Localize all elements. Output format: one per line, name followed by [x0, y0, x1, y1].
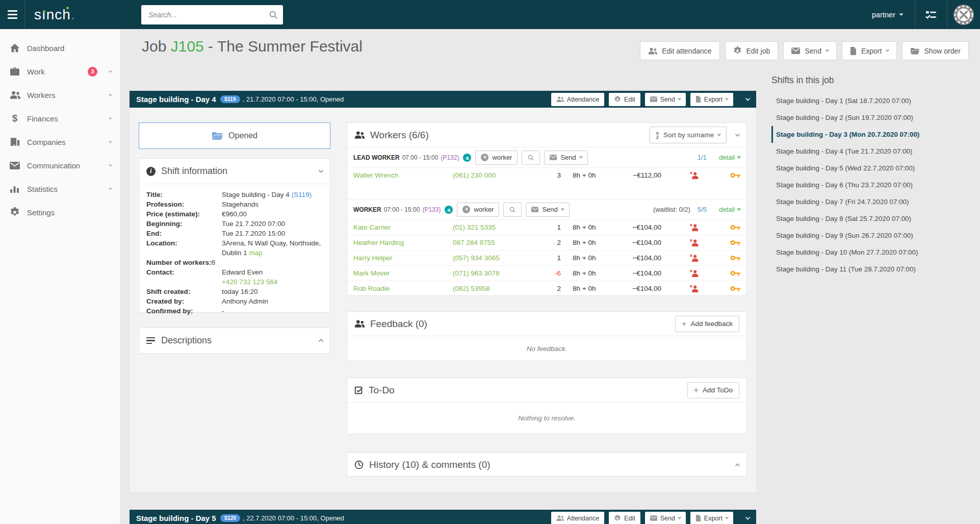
collapse-shift-icon[interactable] [745, 515, 751, 520]
worker-name-link[interactable]: Heather Harding [353, 239, 453, 246]
app-logo[interactable]: sınch. [34, 7, 75, 23]
worker-phone-link[interactable]: (057) 934 3065 [453, 254, 550, 262]
remove-worker-icon[interactable] [689, 285, 699, 293]
worker-phone-link[interactable]: (062) 53958 [453, 285, 550, 292]
shift-list-item[interactable]: Stage building - Day 7 (Fri 24.7.2020 07… [771, 193, 975, 210]
sidebar-item-workers[interactable]: Workers [0, 83, 120, 107]
worker-row[interactable]: Harry Helper (057) 934 3065 1 8h + 0h −€… [347, 250, 746, 265]
show-order-button[interactable]: Show order [902, 41, 969, 60]
chevron-down-icon[interactable] [319, 168, 324, 173]
worker-row[interactable]: Rob Roadie (062) 53958 2 8h + 0h −€104,0… [347, 281, 746, 296]
remove-worker-icon[interactable] [689, 254, 699, 262]
key-icon[interactable] [730, 270, 740, 277]
worker-phone-link[interactable]: 087 284 9755 [453, 239, 550, 246]
shift-list-item[interactable]: Stage building - Day 4 (Tue 21.7.2020 07… [771, 143, 975, 160]
collapse-shift-icon[interactable] [745, 96, 751, 101]
sidebar-item-dashboard[interactable]: Dashboard [0, 36, 120, 60]
group-time: 07:00 - 15:00 [384, 206, 420, 213]
worker-row[interactable]: Kate Carrier (01) 321 5335 1 8h + 0h −€1… [347, 219, 746, 235]
chevron-up-icon[interactable] [735, 463, 740, 468]
chevron-up-icon[interactable] [319, 339, 324, 344]
user-menu[interactable]: partner [860, 0, 915, 29]
shift-list-item[interactable]: Stage building - Day 2 (Sun 19.7.2020 07… [771, 109, 975, 126]
send-group-button[interactable]: Send [544, 151, 587, 165]
shift-list-item-active[interactable]: Stage building - Day 3 (Mon 20.7.2020 07… [771, 126, 975, 143]
document-icon [695, 96, 701, 103]
remove-worker-icon[interactable] [689, 239, 699, 247]
worker-name-link[interactable]: Walter Wrench [353, 171, 453, 179]
search-icon[interactable] [268, 10, 278, 20]
worker-row[interactable]: Heather Harding 087 284 9755 2 8h + 0h −… [347, 235, 746, 250]
export-button[interactable]: Export [690, 93, 733, 106]
export-button[interactable]: Export [842, 41, 897, 60]
shift-list-item[interactable]: Stage building - Day 8 (Sat 25.7.2020 07… [771, 210, 975, 227]
shift-code-badge[interactable]: S119 [220, 95, 240, 103]
remove-worker-icon[interactable] [689, 171, 699, 180]
sidebar-item-settings[interactable]: Settings [0, 201, 120, 224]
send-group-button[interactable]: Send [526, 203, 569, 217]
shift-code-badge[interactable]: S120 [220, 514, 240, 522]
worker-row[interactable]: Walter Wrench (061) 230 000 3 8h + 0h −€… [347, 167, 746, 183]
shift-list-item[interactable]: Stage building - Day 9 (Sun 26.7.2020 07… [771, 227, 975, 244]
edit-job-button[interactable]: Edit job [725, 41, 779, 60]
edit-button[interactable]: Edit [609, 93, 640, 106]
edit-button[interactable]: Edit [609, 512, 640, 524]
send-button[interactable]: Send [645, 512, 686, 524]
shift-list-item[interactable]: Stage building - Day 11 (Tue 28.7.2020 0… [771, 261, 975, 278]
sidebar-item-communication[interactable]: Communication [0, 154, 120, 177]
user-avatar[interactable] [947, 0, 980, 29]
shift-code-link[interactable]: (S119) [292, 191, 312, 198]
shift-list-item[interactable]: Stage building - Day 10 (Mon 27.7.2020 0… [771, 244, 975, 261]
add-worker-button[interactable]: +worker [457, 203, 499, 217]
worker-name-link[interactable]: Harry Helper [353, 254, 453, 262]
map-link[interactable]: map [249, 249, 262, 257]
edit-attendance-button[interactable]: Edit attendance [640, 41, 719, 60]
profession-code[interactable]: (P133) [422, 206, 441, 213]
profession-code[interactable]: (P132) [441, 154, 459, 161]
worker-phone-link[interactable]: (071) 963 3078 [453, 269, 550, 277]
add-worker-button[interactable]: +worker [475, 151, 518, 165]
contact-phone-link[interactable]: +420 732 123 564 [222, 278, 277, 286]
key-icon[interactable] [730, 224, 740, 231]
key-icon[interactable] [730, 286, 740, 292]
shift-list-item[interactable]: Stage building - Day 1 (Sat 18.7.2020 07… [771, 92, 975, 109]
worker-name-link[interactable]: Mark Mover [353, 269, 453, 277]
worker-name-link[interactable]: Rob Roadie [353, 285, 453, 292]
shift-header-bar: Stage building - Day 4 S119 , 21.7.2020 … [130, 91, 756, 108]
key-icon[interactable] [730, 240, 740, 246]
task-list-icon[interactable] [915, 0, 947, 29]
chevron-down-icon[interactable] [735, 132, 740, 137]
remove-worker-icon[interactable] [689, 223, 699, 232]
sidebar-item-finances[interactable]: $ Finances [0, 107, 120, 130]
add-todo-button[interactable]: +Add ToDo [687, 382, 739, 398]
search-input[interactable] [141, 5, 283, 24]
key-icon[interactable] [730, 255, 740, 261]
sidebar-item-work[interactable]: Work 3 [0, 60, 120, 83]
worker-name-link[interactable]: Kate Carrier [353, 223, 453, 231]
worker-hours: 8h + 0h [561, 285, 614, 292]
remove-worker-icon[interactable] [689, 269, 699, 278]
worker-price: −€104,00 [614, 239, 661, 246]
add-feedback-button[interactable]: +Add feedback [675, 316, 739, 332]
export-button[interactable]: Export [690, 512, 733, 524]
worker-row[interactable]: Mark Mover (071) 963 3078 -6 8h + 0h −€1… [347, 265, 746, 281]
group-label: WORKER [353, 206, 381, 213]
shift-list-item[interactable]: Stage building - Day 5 (Wed 22.7.2020 07… [771, 160, 975, 177]
sidebar-item-companies[interactable]: Companies [0, 130, 120, 154]
detail-link[interactable]: detail [719, 154, 740, 161]
send-button[interactable]: Send [783, 41, 837, 60]
attendance-button[interactable]: Attendance [551, 93, 604, 106]
search-worker-button[interactable] [522, 151, 540, 165]
hamburger-menu-icon[interactable] [0, 0, 24, 29]
attendance-button[interactable]: Attendance [551, 512, 604, 524]
search-worker-button[interactable] [503, 203, 522, 217]
worker-phone-link[interactable]: (01) 321 5335 [453, 223, 550, 231]
sidebar-item-statistics[interactable]: Statistics [0, 177, 120, 201]
shift-list-item[interactable]: Stage building - Day 6 (Thu 23.7.2020 07… [771, 177, 975, 193]
detail-link[interactable]: detail [719, 206, 740, 213]
shift-status-box[interactable]: Opened [139, 122, 330, 149]
send-button[interactable]: Send [645, 93, 686, 106]
key-icon[interactable] [730, 172, 740, 179]
worker-phone-link[interactable]: (061) 230 000 [453, 171, 550, 179]
sort-by-surname-select[interactable]: AZ Sort by surname [650, 127, 727, 143]
